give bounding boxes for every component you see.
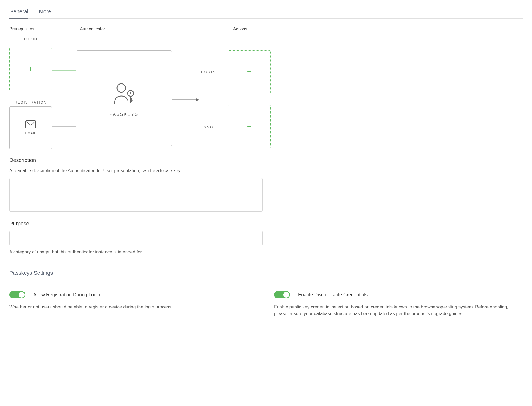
svg-point-9 [130,92,131,94]
svg-point-7 [117,84,126,92]
tab-more[interactable]: More [39,5,51,18]
add-prereq-login-button[interactable]: + [9,48,52,90]
column-header-prerequisites: Prerequisites [9,27,80,31]
passkeys-settings-heading: Passkeys Settings [9,270,523,276]
prereq-registration-label: REGISTRATION [9,100,52,104]
discoverable-toggle[interactable] [274,291,290,298]
allow-registration-label: Allow Registration During Login [33,292,100,298]
discoverable-label: Enable Discoverable Credentials [298,292,368,298]
toggle-dot [19,292,25,298]
tab-general[interactable]: General [9,5,28,19]
purpose-input[interactable] [9,231,263,245]
plus-icon: + [247,122,251,131]
authenticator-label: PASSKEYS [110,112,138,117]
action-sso-label: SSO [204,125,213,129]
add-action-login-button[interactable]: + [228,50,271,93]
email-label: EMAIL [25,132,36,135]
prereq-email-button[interactable]: EMAIL [9,106,52,149]
email-icon [25,120,36,128]
authenticator-passkeys-card[interactable]: PASSKEYS [76,50,172,146]
purpose-title: Purpose [9,221,523,227]
column-header-actions: Actions [233,27,523,31]
add-action-sso-button[interactable]: + [228,105,271,148]
divider [9,280,523,280]
svg-rect-6 [26,121,36,128]
passkeys-icon [111,80,137,105]
action-login-label: LOGIN [201,70,216,74]
discoverable-help: Enable public key credential selection b… [274,304,523,317]
prereq-login-label: LOGIN [9,37,52,41]
description-title: Description [9,157,523,163]
toggle-dot [283,292,289,298]
description-help: A readable description of the Authentica… [9,167,523,174]
authenticator-diagram: LOGIN + REGISTRATION EMAIL PASSKEYS LOGI… [9,37,523,154]
allow-registration-help: Whether or not users should be able to r… [9,304,258,311]
column-header-authenticator: Authenticator [80,27,233,31]
svg-marker-5 [196,98,199,101]
plus-icon: + [29,65,33,73]
description-input[interactable] [9,178,263,212]
plus-icon: + [247,67,251,76]
allow-registration-toggle[interactable] [9,291,25,298]
purpose-help: A category of usage that this authentica… [9,249,523,256]
